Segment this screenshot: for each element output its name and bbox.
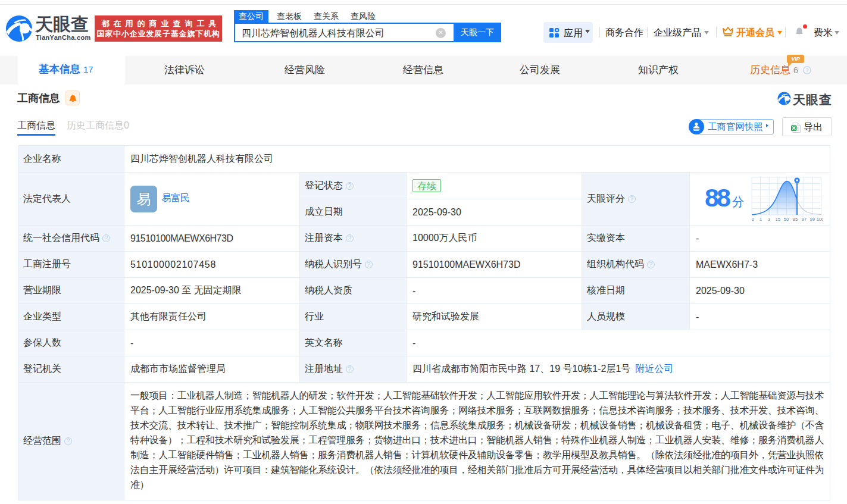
- svg-text:0: 0: [752, 217, 754, 222]
- svg-text:15: 15: [776, 217, 780, 222]
- svg-text:99: 99: [810, 217, 815, 222]
- svg-text:100: 100: [817, 217, 823, 222]
- svg-text:?: ?: [805, 67, 808, 73]
- svg-text:97: 97: [802, 217, 807, 222]
- svg-text:3: 3: [768, 217, 770, 222]
- svg-text:85: 85: [793, 217, 798, 222]
- svg-text:1: 1: [760, 217, 762, 222]
- svg-text:50: 50: [784, 217, 789, 222]
